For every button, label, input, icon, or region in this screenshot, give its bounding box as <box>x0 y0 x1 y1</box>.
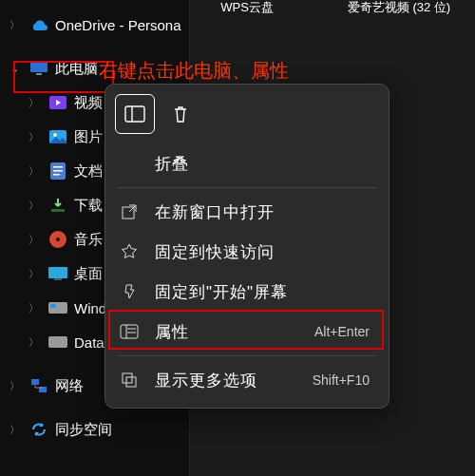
separator <box>117 355 377 356</box>
chevron-right-icon: 〉 <box>25 233 42 247</box>
svg-rect-0 <box>30 62 48 72</box>
chevron-right-icon: 〉 <box>25 130 42 144</box>
desktop-icon-label: WPS云盘 <box>220 0 274 14</box>
ctx-item-open-new-window[interactable]: 在新窗口中打开 <box>111 192 383 232</box>
delete-button[interactable] <box>161 94 200 134</box>
chevron-right-icon: 〉 <box>6 423 23 437</box>
chevron-right-icon: 〉 <box>25 335 42 350</box>
video-icon <box>48 92 68 113</box>
svg-rect-23 <box>121 325 138 338</box>
ctx-item-label: 在新窗口中打开 <box>155 201 370 223</box>
sidebar-item-onedrive[interactable]: 〉 OneDrive - Persona <box>0 8 189 42</box>
cloud-icon <box>28 14 49 35</box>
svg-rect-20 <box>125 106 144 122</box>
layout-icon <box>124 105 145 123</box>
sidebar-item-label: 桌面 <box>74 265 103 283</box>
chevron-right-icon: 〉 <box>6 379 23 393</box>
desktop-icon-iqiyi[interactable]: 爱奇艺视频 (32 位) <box>342 0 456 16</box>
svg-rect-27 <box>123 373 132 383</box>
chevron-right-icon: 〉 <box>6 18 23 32</box>
ctx-item-shortcut: Shift+F10 <box>313 372 370 388</box>
ctx-item-label: 属性 <box>155 321 299 343</box>
properties-icon <box>119 324 140 339</box>
monitor-icon <box>28 58 49 79</box>
context-menu-quick-row <box>111 92 383 143</box>
svg-rect-10 <box>51 209 65 212</box>
desktop-icon-label: 爱奇艺视频 (32 位) <box>348 0 450 14</box>
ctx-item-label: 折叠 <box>155 153 370 175</box>
sidebar-item-sync[interactable]: 〉 同步空间 <box>0 412 189 447</box>
svg-rect-28 <box>126 377 136 387</box>
pictures-icon <box>48 126 68 147</box>
sync-icon <box>28 419 49 440</box>
trash-icon <box>172 105 189 124</box>
sidebar-item-label: 同步空间 <box>55 421 112 439</box>
documents-icon <box>48 161 68 181</box>
annotation-text: 右键点击此电脑、属性 <box>99 58 289 84</box>
svg-rect-14 <box>54 278 62 280</box>
star-icon <box>119 243 140 260</box>
svg-point-12 <box>56 238 60 241</box>
sidebar-item-label: 此电脑 <box>55 60 98 78</box>
chevron-right-icon: 〉 <box>25 164 42 179</box>
chevron-right-icon: 〉 <box>25 301 42 315</box>
sidebar-item-label: 文档 <box>74 162 103 181</box>
chevron-down-icon: ⌄ <box>6 63 23 75</box>
sidebar-item-label: Data <box>74 334 104 351</box>
ctx-item-pin-quick-access[interactable]: 固定到快速访问 <box>111 232 383 272</box>
pin-icon <box>119 283 140 300</box>
context-menu: 折叠 在新窗口中打开 固定到快速访问 固定到"开始"屏幕 属性 Alt+Ente… <box>104 84 390 409</box>
chevron-right-icon: 〉 <box>25 96 42 110</box>
download-icon <box>48 195 68 216</box>
sidebar-item-label: Wind <box>74 300 106 316</box>
chevron-right-icon: 〉 <box>25 199 42 213</box>
ctx-item-collapse[interactable]: 折叠 <box>111 143 383 183</box>
ctx-item-properties[interactable]: 属性 Alt+Enter <box>111 312 383 352</box>
separator <box>117 187 377 188</box>
sidebar-item-label: 网络 <box>55 377 84 395</box>
svg-rect-1 <box>36 73 42 75</box>
layout-toggle-button[interactable] <box>115 94 155 134</box>
ctx-item-pin-start[interactable]: 固定到"开始"屏幕 <box>111 272 383 312</box>
drive-icon <box>48 332 68 352</box>
open-new-window-icon <box>119 203 140 220</box>
svg-rect-17 <box>48 336 67 348</box>
svg-point-5 <box>53 133 57 137</box>
network-icon <box>28 375 49 396</box>
svg-rect-16 <box>50 304 56 308</box>
svg-rect-18 <box>31 379 39 385</box>
svg-rect-13 <box>48 267 67 278</box>
sidebar-item-label: 音乐 <box>74 231 103 249</box>
ctx-item-label: 固定到"开始"屏幕 <box>155 281 370 303</box>
desktop-icon-area: WPS云盘 爱奇艺视频 (32 位) <box>190 0 475 16</box>
ctx-item-label: 显示更多选项 <box>155 370 297 391</box>
ctx-item-show-more[interactable]: 显示更多选项 Shift+F10 <box>111 360 383 400</box>
sidebar-item-label: 图片 <box>74 128 103 146</box>
sidebar-item-label: 视频 <box>74 94 103 112</box>
ctx-item-label: 固定到快速访问 <box>155 241 370 263</box>
svg-rect-7 <box>53 166 63 168</box>
music-icon <box>48 229 68 250</box>
sidebar-item-label: 下载 <box>74 197 103 215</box>
svg-rect-8 <box>53 170 63 172</box>
svg-rect-9 <box>53 174 60 176</box>
chevron-right-icon: 〉 <box>25 267 42 281</box>
desktop-icon <box>48 263 68 284</box>
sidebar-item-label: OneDrive - Persona <box>55 17 181 33</box>
desktop-icon-wps[interactable]: WPS云盘 <box>190 0 304 16</box>
drive-icon <box>48 297 68 318</box>
ctx-item-shortcut: Alt+Enter <box>314 324 370 339</box>
show-more-icon <box>119 371 140 389</box>
